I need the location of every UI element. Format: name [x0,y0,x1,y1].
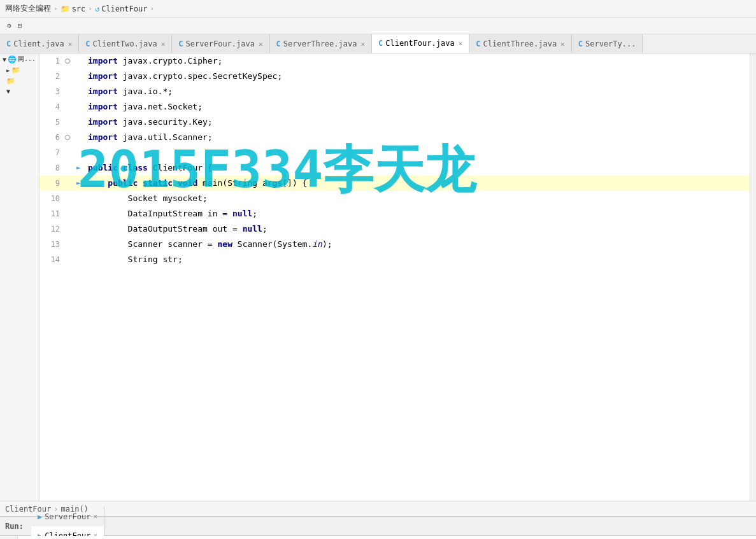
line-code-2[interactable]: import javax.crypto.spec.SecretKeySpec; [88,69,750,84]
line-num-13: 13 [39,237,65,252]
tree-item-3[interactable]: 📁 [0,76,39,87]
tab-close-3[interactable]: × [360,40,365,48]
run-tab-label-0: ServerFour [45,512,90,521]
tab-ClientTwo-java[interactable]: CClientTwo.java× [79,34,172,53]
line-code-5[interactable]: import java.security.Key; [88,115,750,130]
run-tab-bar: Run: ▶ServerFour×▶ClientFour× [0,517,756,536]
right-scrollbar[interactable] [750,53,756,501]
line-code-3[interactable]: import java.io.*; [88,84,750,99]
line-num-14: 14 [39,252,65,267]
run-label: Run: [5,522,24,531]
src-breadcrumb[interactable]: 📁 src [61,4,86,13]
line-code-4[interactable]: import java.net.Socket; [88,99,750,115]
line-arrow-9: ► [76,176,88,191]
run-output[interactable]: D:\JDK\bin\java "-javaagent:D:\360Downlo… [18,536,756,539]
code-line-5: 5import java.security.Key; [39,115,750,130]
toolbar: ⚙ ⊟ [0,18,756,34]
tab-ServerThree-java[interactable]: CServerThree.java× [270,34,372,53]
main-area: ▼ 🌐 网... ► 📁 📁 ▼ 2015F334李天龙 1import jav… [0,53,756,501]
line-code-1[interactable]: import javax.crypto.Cipher; [88,53,750,69]
line-arrow-8: ► [76,160,88,176]
tab-bar: CClient.java×CClientTwo.java×CServerFour… [0,34,756,53]
tab-icon-1: C [85,39,90,48]
code-line-11: 11 DataInputStream in = null; [39,206,750,221]
line-code-12[interactable]: DataOutputStream out = null; [88,221,750,237]
line-code-6[interactable]: import java.util.Scanner; [88,130,750,145]
tab-ClientThree-java[interactable]: CClientThree.java× [469,34,571,53]
refresh-icon: ↺ [95,4,99,13]
settings-btn[interactable]: ⚙ [5,21,13,31]
run-sidebar: ▶ ■ ↺ ⬇ ⇌ 🖨 ✕ [0,536,18,539]
left-panel: ▼ 🌐 网... ► 📁 📁 ▼ [0,53,39,501]
code-line-13: 13 Scanner scanner = new Scanner(System.… [39,237,750,252]
project-breadcrumb[interactable]: 网络安全编程 [5,3,51,14]
sep3: › [150,4,154,13]
code-lines: 1import javax.crypto.Cipher;2import java… [39,53,750,501]
line-num-9: 9 [39,176,65,191]
code-line-6: 6import java.util.Scanner; [39,130,750,145]
line-num-4: 4 [39,99,65,115]
structure-btn[interactable]: ⊟ [16,21,24,31]
tab-label-1: ClientTwo.java [93,39,157,48]
tree-item-2[interactable]: ► 📁 [0,65,39,76]
code-line-1: 1import javax.crypto.Cipher; [39,53,750,69]
tree-item-4[interactable]: ▼ [0,87,39,96]
line-dot-1 [65,53,76,69]
tab-icon-4: C [378,39,383,48]
breadcrumb-bar: 网络安全编程 › 📁 src › ↺ ClientFour › [0,0,756,18]
tab-icon-2: C [178,39,183,48]
code-line-7: 7 [39,145,750,160]
run-tab-ServerFour[interactable]: ▶ServerFour× [31,507,104,526]
tab-Client-java[interactable]: CClient.java× [0,34,79,53]
line-num-12: 12 [39,221,65,237]
tab-close-0[interactable]: × [68,40,73,48]
editor-breadcrumb: ClientFour › main() [0,501,756,516]
code-line-9: 9► public static void main(String args[]… [39,176,750,191]
code-line-3: 3import java.io.*; [39,84,750,99]
tab-ServerFour-java[interactable]: CServerFour.java× [172,34,269,53]
editor-area: 2015F334李天龙 1import javax.crypto.Cipher;… [39,53,750,501]
tab-close-1[interactable]: × [161,40,166,48]
tab-close-4[interactable]: × [459,39,463,48]
code-line-2: 2import javax.crypto.spec.SecretKeySpec; [39,69,750,84]
line-num-6: 6 [39,130,65,145]
line-code-8[interactable]: public class ClientFour { [88,160,750,176]
line-num-11: 11 [39,206,65,221]
line-num-2: 2 [39,69,65,84]
run-panel: Run: ▶ServerFour×▶ClientFour× ▶ ■ ↺ ⬇ ⇌ … [0,516,756,539]
line-num-7: 7 [39,145,65,160]
line-code-14[interactable]: String str; [88,252,750,267]
run-tab-icon-0: ▶ [38,512,42,521]
tab-label-4: ClientFour.java [385,39,454,48]
code-line-8: 8►public class ClientFour { [39,160,750,176]
line-dot-6 [65,130,76,145]
tab-label-5: ClientThree.java [483,39,557,48]
tab-close-2[interactable]: × [259,40,263,48]
tab-label-3: ServerThree.java [283,39,357,48]
line-num-3: 3 [39,84,65,99]
tab-icon-6: C [578,39,583,48]
sep2: › [88,4,92,13]
line-code-11[interactable]: DataInputStream in = null; [88,206,750,221]
line-code-13[interactable]: Scanner scanner = new Scanner(System.in)… [88,237,750,252]
folder-icon: 📁 [61,4,70,13]
line-num-8: 8 [39,160,65,176]
tab-ClientFour-java[interactable]: CClientFour.java× [372,34,469,53]
run-tab-close-0[interactable]: × [93,512,97,521]
code-line-12: 12 DataOutputStream out = null; [39,221,750,237]
line-num-5: 5 [39,115,65,130]
line-code-9[interactable]: public static void main(String args[]) { [88,176,750,191]
current-breadcrumb[interactable]: ↺ ClientFour [95,4,147,13]
tab-icon-0: C [6,39,11,48]
code-line-4: 4import java.net.Socket; [39,99,750,115]
tab-label-6: ServerTy... [585,39,636,48]
line-num-1: 1 [39,53,65,69]
tab-label-0: Client.java [13,39,64,48]
sep1: › [53,4,58,13]
tab-ServerTy-..[interactable]: CServerTy... [572,34,643,53]
tab-close-5[interactable]: × [560,40,565,48]
tab-label-2: ServerFour.java [186,39,255,48]
project-tree-item[interactable]: ▼ 🌐 网... [0,53,39,65]
line-code-10[interactable]: Socket mysocket; [88,191,750,206]
tab-icon-3: C [276,39,281,48]
